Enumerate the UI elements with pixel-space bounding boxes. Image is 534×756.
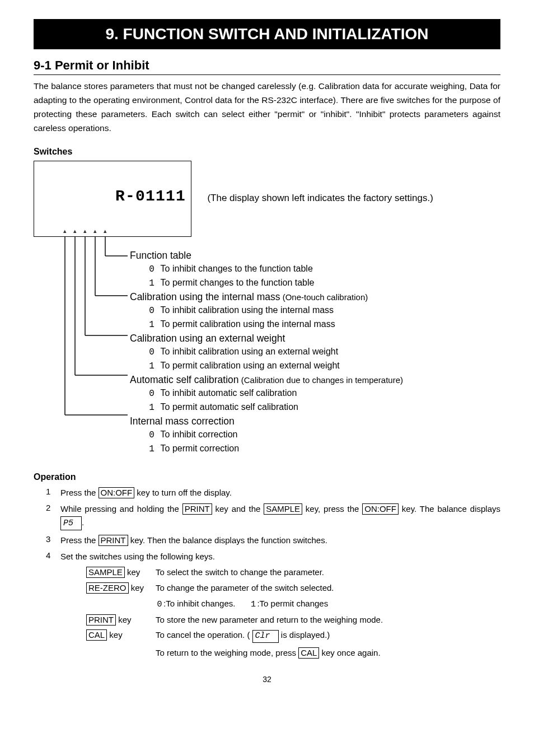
op-text: key to turn off the display. xyxy=(134,488,232,497)
tree-opt-1-1: 1 To permit changes to the function tabl… xyxy=(148,276,499,290)
factory-settings-note: (The display shown left indicates the fa… xyxy=(207,192,433,205)
op-body: Press the ON:OFF key to turn off the dis… xyxy=(60,486,500,499)
switches-block: R-01111 ▴▴▴▴▴ (The display shown left in… xyxy=(34,161,500,460)
opt-text: To inhibit calibration using the interna… xyxy=(161,305,334,315)
opt-text: To permit calibration using the internal… xyxy=(161,319,335,329)
tree-head-cal-external: Calibration using an external weight xyxy=(130,332,499,346)
section-title: 9-1 Permit or Inhibit xyxy=(34,57,500,74)
op-body: While pressing and holding the PRINT key… xyxy=(60,502,500,530)
operation-heading: Operation xyxy=(34,471,500,483)
op-step-4: 4 Set the switches using the following k… xyxy=(46,550,500,563)
kt-row-print: PRINT key To store the new parameter and… xyxy=(86,614,500,626)
opt-text: To permit changes to the function table xyxy=(161,278,315,287)
tree-head-4-text: Automatic self calibration xyxy=(130,374,239,385)
op-text: key, press the xyxy=(302,504,362,514)
op-step-1: 1 Press the ON:OFF key to turn off the d… xyxy=(46,486,500,499)
section-rule xyxy=(34,74,500,75)
sym-1: 1 xyxy=(249,599,257,610)
seg-char-1b: 1 xyxy=(155,186,165,207)
tree-head-cal-internal: Calibration using the internal mass (One… xyxy=(130,291,499,304)
opt-sym: 1 xyxy=(148,402,156,414)
opt-text: To inhibit correction xyxy=(161,430,238,439)
opt-text: To permit calibration using an external … xyxy=(161,361,340,370)
op-body: Press the PRINT key. Then the balance di… xyxy=(60,534,500,547)
kt-sub-text: To return to the weighing mode, press xyxy=(156,648,298,657)
kt-sub-text: :To inhibit changes. xyxy=(163,599,235,608)
kt-sub-text: :To permit changes xyxy=(257,599,328,608)
kt-row-cal: CAL key To cancel the operation. ( Clr i… xyxy=(86,629,500,659)
opt-sym: 0 xyxy=(148,263,156,276)
tree-head-3-text: Calibration using an external weight xyxy=(130,333,285,344)
opt-sym: 0 xyxy=(148,429,156,442)
tree-opt-2-0: 0 To inhibit calibration using the inter… xyxy=(148,304,499,318)
op-step-3: 3 Press the PRINT key. Then the balance … xyxy=(46,534,500,547)
kt-suffix: key xyxy=(129,583,144,592)
opt-sym: 1 xyxy=(148,319,156,332)
tree-opt-2-1: 1 To permit calibration using the intern… xyxy=(148,318,499,332)
tree-head-2-paren: (One-touch calibration) xyxy=(280,292,368,302)
opt-text: To inhibit automatic self calibration xyxy=(161,388,297,398)
sym-0: 0 xyxy=(156,599,163,610)
kt-row-rezero: RE-ZERO key To change the parameter of t… xyxy=(86,582,500,611)
tree-opt-5-1: 1 To permit correction xyxy=(148,442,499,456)
kt-suffix: key xyxy=(107,630,123,640)
seg-char-dash: - xyxy=(125,186,135,207)
display-clr: Clr xyxy=(252,630,279,642)
chapter-title-text: 9. FUNCTION SWITCH AND INITIALIZATION xyxy=(105,25,428,43)
op-text: Press the xyxy=(60,488,99,497)
op-num: 4 xyxy=(46,550,60,563)
switches-heading: Switches xyxy=(34,146,500,158)
kt-sub-text: key once again. xyxy=(319,648,380,657)
opt-text: To permit correction xyxy=(161,444,240,453)
kt-desc: To change the parameter of the switch se… xyxy=(156,582,500,611)
seg-char-R: R xyxy=(115,186,125,207)
opt-sym: 0 xyxy=(148,305,156,318)
key-onoff: ON:OFF xyxy=(99,487,135,498)
display-ps: P5 xyxy=(60,516,82,530)
key-sample: SAMPLE xyxy=(86,567,125,578)
opt-text: To permit automatic self calibration xyxy=(161,402,298,412)
key-table: SAMPLE key To select the switch to chang… xyxy=(86,567,500,659)
kt-desc-text: To change the parameter of the switch se… xyxy=(156,583,334,592)
kt-desc: To store the new parameter and return to… xyxy=(156,614,500,626)
key-print: PRINT xyxy=(99,535,128,546)
op-text: key and the xyxy=(212,504,264,514)
key-cal: CAL xyxy=(86,629,107,641)
op-text: Set the switches using the following key… xyxy=(60,552,215,561)
op-num: 1 xyxy=(46,486,60,499)
seg-char-1a: 1 xyxy=(145,186,155,207)
kt-desc-text: To cancel the operation. ( xyxy=(156,630,252,640)
operation-list: 1 Press the ON:OFF key to turn off the d… xyxy=(46,486,500,659)
tree-opt-3-0: 0 To inhibit calibration using an extern… xyxy=(148,345,499,359)
chapter-title-banner: 9. FUNCTION SWITCH AND INITIALIZATION xyxy=(34,19,500,49)
op-text: key. Then the balance displays the funct… xyxy=(128,535,327,545)
key-print: PRINT xyxy=(86,614,116,626)
opt-sym: 1 xyxy=(148,277,156,290)
seg-char-0: 0 xyxy=(135,186,145,207)
seg-char-1d: 1 xyxy=(175,186,185,207)
key-cal: CAL xyxy=(298,647,319,659)
opt-text: To inhibit changes to the function table xyxy=(161,264,313,273)
tree-opt-1-0: 0 To inhibit changes to the function tab… xyxy=(148,262,499,276)
opt-sym: 0 xyxy=(148,346,156,359)
tree-head-2-text: Calibration using the internal mass xyxy=(130,291,280,302)
key-print: PRINT xyxy=(182,503,212,515)
seven-seg-display: R-01111 xyxy=(40,165,185,228)
tree-head-4-paren: (Calibration due to changes in temperatu… xyxy=(239,375,404,385)
opt-text: To inhibit calibration using an external… xyxy=(161,347,339,356)
op-text: Press the xyxy=(60,535,99,545)
tree-head-function-table: Function table xyxy=(130,249,499,263)
opt-sym: 1 xyxy=(148,360,156,373)
page-number: 32 xyxy=(34,674,500,685)
tree-head-1-text: Function table xyxy=(130,250,191,261)
display-box: R-01111 ▴▴▴▴▴ xyxy=(34,161,191,236)
kt-desc: To cancel the operation. ( Clr is displa… xyxy=(156,629,500,659)
kt-suffix: key xyxy=(116,615,132,624)
kt-desc: To select the switch to change the param… xyxy=(156,567,500,578)
kt-row-sample: SAMPLE key To select the switch to chang… xyxy=(86,567,500,578)
key-rezero: RE-ZERO xyxy=(86,582,129,594)
opt-sym: 0 xyxy=(148,388,156,400)
tree-opt-3-1: 1 To permit calibration using an externa… xyxy=(148,359,499,373)
intro-paragraph: The balance stores parameters that must … xyxy=(34,80,500,135)
key-sample: SAMPLE xyxy=(264,503,302,515)
